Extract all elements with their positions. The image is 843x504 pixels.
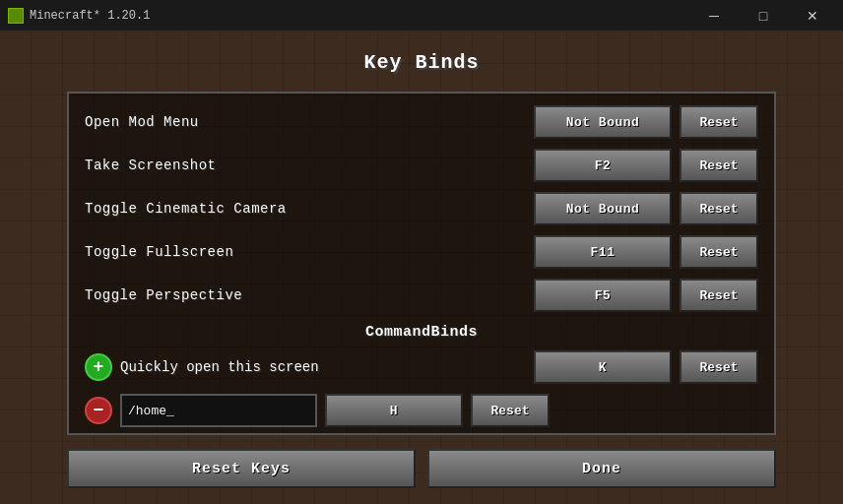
title-bar-controls: ─ □ ✕ [691, 0, 835, 32]
close-button[interactable]: ✕ [790, 0, 835, 32]
keybind-row-2: Toggle Cinematic CameraNot BoundReset [85, 190, 758, 227]
keybind-key-0[interactable]: Not Bound [534, 105, 672, 139]
keybind-reset-4[interactable]: Reset [680, 279, 758, 312]
page-title: Key Binds [363, 51, 479, 74]
keybind-key-1[interactable]: F2 [534, 149, 672, 182]
keybind-row-3: Toggle FullscreenF11Reset [85, 233, 758, 271]
keybind-label-2: Toggle Cinematic Camera [85, 201, 534, 217]
title-bar: Minecraft* 1.20.1 ─ □ ✕ [0, 0, 843, 32]
keybind-label-1: Take Screenshot [85, 158, 534, 173]
commandbinds-header: CommandBinds [85, 324, 758, 341]
minimize-button[interactable]: ─ [691, 0, 737, 32]
cmdbind-input-field[interactable] [120, 394, 317, 427]
keybinds-panel: Open Mod MenuNot BoundResetTake Screensh… [67, 92, 776, 435]
main-content: Key Binds Open Mod MenuNot BoundResetTak… [0, 32, 843, 504]
keybind-row-1: Take ScreenshotF2Reset [85, 147, 758, 184]
commandbind-input-row: − H Reset [85, 392, 758, 429]
done-button[interactable]: Done [427, 449, 776, 488]
cmdbind-label-0: Quickly open this screen [120, 359, 534, 375]
keybind-rows: Open Mod MenuNot BoundResetTake Screensh… [85, 103, 758, 314]
keybind-key-3[interactable]: F11 [534, 235, 672, 269]
keybind-row-0: Open Mod MenuNot BoundReset [85, 103, 758, 141]
cmdbind-reset-1[interactable]: Reset [471, 394, 550, 427]
keybind-reset-0[interactable]: Reset [680, 105, 758, 139]
keybind-label-0: Open Mod Menu [85, 114, 534, 130]
reset-keys-button[interactable]: Reset Keys [67, 449, 416, 488]
keybind-reset-1[interactable]: Reset [680, 149, 758, 182]
keybind-reset-2[interactable]: Reset [680, 192, 758, 225]
commandbind-add-row: + Quickly open this screen K Reset [85, 348, 758, 386]
add-commandbind-icon[interactable]: + [85, 353, 112, 381]
keybind-label-4: Toggle Perspective [85, 287, 534, 303]
title-bar-text: Minecraft* 1.20.1 [30, 9, 691, 23]
keybind-key-2[interactable]: Not Bound [534, 192, 672, 225]
cmdbind-key-1[interactable]: H [325, 394, 463, 427]
remove-commandbind-icon[interactable]: − [85, 397, 112, 424]
keybind-row-4: Toggle PerspectiveF5Reset [85, 277, 758, 314]
keybind-key-4[interactable]: F5 [534, 279, 672, 312]
cmdbind-key-0[interactable]: K [534, 350, 672, 384]
bottom-bar: Reset Keys Done [67, 449, 776, 488]
cmdbind-reset-0[interactable]: Reset [680, 350, 758, 384]
keybind-reset-3[interactable]: Reset [680, 235, 758, 269]
maximize-button[interactable]: □ [741, 0, 786, 32]
keybind-label-3: Toggle Fullscreen [85, 244, 534, 260]
app-icon [8, 8, 24, 24]
